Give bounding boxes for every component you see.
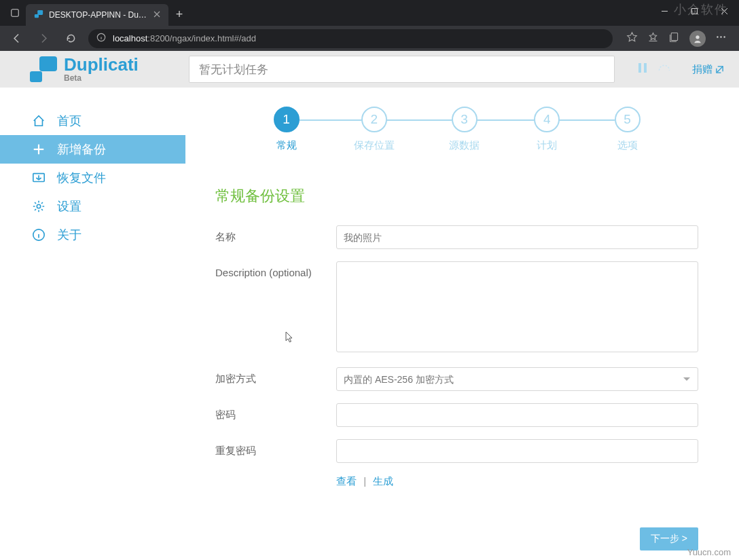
svg-rect-19 xyxy=(644,63,647,73)
sidebar: 首页 新增备份 恢复文件 设置 关于 xyxy=(0,88,185,560)
password-repeat-input[interactable] xyxy=(336,439,698,463)
donate-link[interactable]: 捐赠 xyxy=(692,63,724,76)
favorite-star-icon[interactable] xyxy=(626,31,638,45)
info-icon xyxy=(31,227,46,242)
sidebar-item-label: 新增备份 xyxy=(57,141,106,157)
description-label: Description (optional) xyxy=(215,261,336,278)
restore-icon xyxy=(31,170,46,185)
sidebar-item-label: 设置 xyxy=(57,198,82,214)
url-field[interactable]: localhost:8200/ngax/index.html#/add xyxy=(88,29,613,48)
url-text: localhost:8200/ngax/index.html#/add xyxy=(113,33,256,43)
schedule-status-box: 暂无计划任务 xyxy=(189,56,615,83)
sidebar-item-home[interactable]: 首页 xyxy=(0,107,185,135)
step-schedule[interactable]: 4 计划 xyxy=(534,107,560,152)
sidebar-item-label: 恢复文件 xyxy=(57,170,106,186)
name-label: 名称 xyxy=(215,225,336,244)
home-icon xyxy=(31,113,46,128)
sidebar-item-label: 首页 xyxy=(57,113,82,129)
window-controls xyxy=(649,0,739,22)
gear-icon xyxy=(31,199,46,214)
svg-point-15 xyxy=(717,36,718,37)
encryption-label: 加密方式 xyxy=(215,367,336,386)
reload-button[interactable] xyxy=(61,29,80,48)
name-input[interactable] xyxy=(336,225,698,249)
close-window-button[interactable] xyxy=(709,0,739,22)
sidebar-item-about[interactable]: 关于 xyxy=(0,221,185,249)
sidebar-item-label: 关于 xyxy=(57,227,82,243)
encryption-select[interactable]: 内置的 AES-256 加密方式 xyxy=(336,367,698,391)
throttle-icon[interactable] xyxy=(658,62,670,76)
svg-point-16 xyxy=(720,36,721,37)
step-source[interactable]: 3 源数据 xyxy=(449,107,480,152)
pause-icon[interactable] xyxy=(636,62,649,76)
main-area: 首页 新增备份 恢复文件 设置 关于 1 常规 2 保存位置 xyxy=(0,88,739,560)
profile-avatar[interactable] xyxy=(689,31,706,47)
password-label: 密码 xyxy=(215,403,336,422)
step-destination[interactable]: 2 保存位置 xyxy=(354,107,395,152)
beta-label: Beta xyxy=(64,73,139,83)
step-number: 2 xyxy=(361,107,387,132)
logo-icon xyxy=(30,56,58,82)
more-menu-icon[interactable] xyxy=(715,31,727,45)
section-title: 常规备份设置 xyxy=(215,186,698,206)
browser-chrome: 小众软件 DESKTOP-APPINN - Duplicati + localh… xyxy=(0,0,739,51)
svg-rect-1 xyxy=(37,10,43,14)
tabs-overview-button[interactable] xyxy=(5,3,24,22)
app-logo[interactable]: Duplicati Beta xyxy=(30,56,139,83)
plus-icon xyxy=(31,142,46,157)
collections-icon[interactable] xyxy=(668,31,680,45)
address-bar: localhost:8200/ngax/index.html#/add xyxy=(0,26,739,51)
sidebar-item-settings[interactable]: 设置 xyxy=(0,192,185,221)
brand-name: Duplicati xyxy=(64,56,139,73)
minimize-button[interactable] xyxy=(649,0,679,22)
step-number: 5 xyxy=(615,107,641,132)
tab-favicon xyxy=(34,10,43,21)
step-general[interactable]: 1 常规 xyxy=(274,107,300,152)
forward-button[interactable] xyxy=(34,29,53,48)
step-label: 选项 xyxy=(617,139,638,152)
site-info-icon[interactable] xyxy=(96,33,106,44)
step-options[interactable]: 5 选项 xyxy=(615,107,641,152)
back-button[interactable] xyxy=(7,29,26,48)
sidebar-item-add-backup[interactable]: 新增备份 xyxy=(0,135,185,164)
app-header: Duplicati Beta 暂无计划任务 捐赠 xyxy=(0,51,739,88)
password-repeat-label: 重复密码 xyxy=(215,439,336,458)
svg-point-23 xyxy=(37,204,40,208)
step-number: 4 xyxy=(534,107,560,132)
generate-password-link[interactable]: 生成 xyxy=(373,475,393,487)
svg-rect-0 xyxy=(12,10,19,17)
svg-rect-2 xyxy=(35,14,39,18)
step-label: 常规 xyxy=(276,139,297,152)
browser-tab[interactable]: DESKTOP-APPINN - Duplicati xyxy=(26,4,168,26)
svg-rect-18 xyxy=(638,63,641,73)
sidebar-item-restore[interactable]: 恢复文件 xyxy=(0,164,185,192)
tab-close-icon[interactable] xyxy=(154,10,160,20)
password-input[interactable] xyxy=(336,403,698,427)
svg-rect-6 xyxy=(691,8,697,14)
description-textarea[interactable] xyxy=(336,261,698,352)
new-tab-button[interactable]: + xyxy=(170,5,189,24)
password-links: 查看 | 生成 xyxy=(336,475,698,488)
svg-point-17 xyxy=(723,36,725,37)
show-password-link[interactable]: 查看 xyxy=(336,475,357,487)
tab-title: DESKTOP-APPINN - Duplicati xyxy=(49,10,148,20)
step-label: 计划 xyxy=(537,139,557,152)
favorites-bar-icon[interactable] xyxy=(647,31,659,45)
maximize-button[interactable] xyxy=(679,0,709,22)
svg-point-14 xyxy=(696,35,699,39)
next-button[interactable]: 下一步 > xyxy=(640,527,698,550)
tab-bar: DESKTOP-APPINN - Duplicati + xyxy=(0,0,739,26)
wizard-stepper: 1 常规 2 保存位置 3 源数据 4 计划 5 选项 xyxy=(274,107,641,152)
svg-rect-13 xyxy=(671,33,677,41)
step-number: 3 xyxy=(452,107,477,132)
step-number: 1 xyxy=(274,107,300,132)
step-label: 保存位置 xyxy=(354,139,395,152)
content-area: 1 常规 2 保存位置 3 源数据 4 计划 5 选项 常规备份设置 名称 xyxy=(185,88,739,560)
step-label: 源数据 xyxy=(449,139,480,152)
